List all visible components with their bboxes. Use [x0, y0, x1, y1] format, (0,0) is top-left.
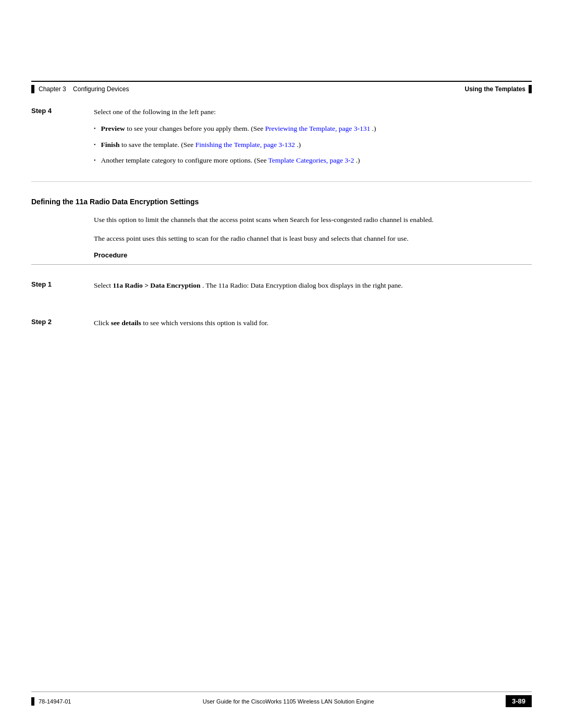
header-accent-bar [31, 85, 34, 93]
step-1-text: Select 11a Radio > Data Encryption . The… [94, 280, 532, 291]
finish-suffix: .) [297, 141, 301, 149]
bullet-dot-3: • [94, 156, 96, 164]
footer-content: 78-14947-01 User Guide for the CiscoWork… [31, 695, 532, 707]
step-1-section: Step 1 Select 11a Radio > Data Encryptio… [31, 270, 532, 297]
bullet-preview: • Preview to see your changes before you… [94, 124, 532, 134]
procedure-label: Procedure [94, 251, 532, 259]
step-1-label: Step 1 [31, 280, 94, 297]
preview-bold: Preview [101, 125, 125, 132]
step-2-prefix: Click [94, 319, 111, 327]
finish-link[interactable]: Finishing the Template, page 3-132 [195, 141, 295, 149]
step-2-text: Click see details to see which versions … [94, 318, 532, 328]
bullet-finish: • Finish to save the template. (See Fini… [94, 140, 532, 150]
section-divider-top [31, 181, 532, 182]
steps-divider [31, 264, 532, 265]
step-2-bold: see details [111, 319, 141, 327]
step-4-content: Select one of the following in the left … [94, 107, 532, 171]
section-para2: The access point uses this setting to sc… [94, 233, 532, 244]
step-4-bullets: • Preview to see your changes before you… [94, 124, 532, 166]
footer-divider [31, 692, 532, 692]
preview-link[interactable]: Previewing the Template, page 3-131 [265, 125, 371, 132]
step-4-label: Step 4 [31, 107, 94, 171]
step-2-section: Step 2 Click see details to see which ve… [31, 307, 532, 335]
bullet-dot-1: • [94, 125, 96, 132]
step-1-suffix: . The 11a Radio: Data Encryption dialog … [202, 281, 403, 289]
section-heading: Defining the 11a Radio Data Encryption S… [31, 192, 532, 206]
step-2-suffix: to see which versions this option is val… [143, 319, 268, 327]
header-right-accent-bar [529, 85, 532, 93]
step-1-content: Select 11a Radio > Data Encryption . The… [94, 280, 532, 297]
page-footer: 78-14947-01 User Guide for the CiscoWork… [31, 692, 532, 707]
header-right-title: Using the Templates [465, 85, 525, 93]
bullet-another-text: Another template category to configure m… [101, 155, 360, 166]
main-content: Step 4 Select one of the following in th… [31, 96, 532, 346]
step-2-content: Click see details to see which versions … [94, 318, 532, 335]
header-chapter-label: Chapter 3 Configuring Devices [39, 85, 129, 93]
another-suffix: .) [356, 156, 360, 164]
step-4-intro: Select one of the following in the left … [94, 107, 532, 117]
bullet-preview-text: Preview to see your changes before you a… [101, 124, 376, 134]
footer-left: 78-14947-01 [31, 697, 71, 706]
bullet-dot-2: • [94, 141, 96, 149]
footer-page-number: 3-89 [506, 695, 532, 707]
section-para1: Use this option to limit the channels th… [94, 214, 532, 226]
footer-accent-bar [31, 697, 34, 706]
footer-center-text: User Guide for the CiscoWorks 1105 Wirel… [71, 698, 506, 705]
footer-doc-number: 78-14947-01 [39, 698, 71, 705]
page: Chapter 3 Configuring Devices Using the … [0, 0, 563, 728]
header-left: Chapter 3 Configuring Devices [31, 85, 129, 93]
step-1-prefix: Select [94, 281, 113, 289]
step-4-section: Step 4 Select one of the following in th… [31, 96, 532, 171]
step-1-bold: 11a Radio > Data Encryption [113, 281, 200, 289]
finish-bold: Finish [101, 141, 120, 149]
finish-text: to save the template. (See [121, 141, 195, 149]
page-header: Chapter 3 Configuring Devices Using the … [31, 81, 532, 93]
preview-suffix: .) [372, 125, 376, 132]
header-right: Using the Templates [465, 85, 532, 93]
another-link[interactable]: Template Categories, page 3-2 [268, 156, 354, 164]
another-text: Another template category to configure m… [101, 156, 268, 164]
preview-text: to see your changes before you apply the… [127, 125, 265, 132]
bullet-another: • Another template category to configure… [94, 155, 532, 166]
bullet-finish-text: Finish to save the template. (See Finish… [101, 140, 301, 150]
step-2-label: Step 2 [31, 318, 94, 335]
